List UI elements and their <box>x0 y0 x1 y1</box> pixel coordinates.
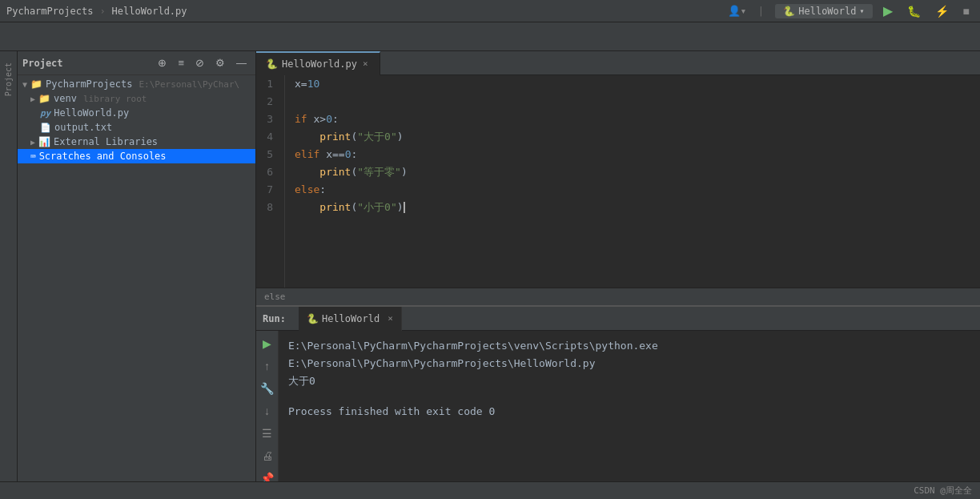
code-line-7: else: <box>295 181 970 199</box>
profile-button[interactable]: ⚡ <box>931 2 953 20</box>
editor-tab-helloworld[interactable]: 🐍 HelloWorld.py × <box>256 51 380 75</box>
root-arrow: ▼ <box>22 80 27 89</box>
title-file: HelloWorld.py <box>112 6 187 17</box>
code-line-6: print("等于零") <box>295 163 970 181</box>
run-down-btn[interactable]: ↓ <box>263 403 271 419</box>
run-config-label: HelloWorld <box>798 6 856 17</box>
top-toolbar <box>0 22 980 51</box>
venv-icon: 📁 <box>38 93 50 104</box>
run-tab-name: HelloWorld <box>322 313 380 324</box>
debug-button[interactable]: 🐛 <box>903 2 925 20</box>
project-toolbar-btn-2[interactable]: ≡ <box>174 54 188 71</box>
ln-1: 1 <box>256 75 278 93</box>
l1-num: 10 <box>307 75 320 93</box>
run-tab-bar: Run: 🐍 HelloWorld × <box>256 307 980 331</box>
line-numbers: 1 2 3 4 5 6 7 8 <box>256 75 285 288</box>
run-up-btn[interactable]: ↑ <box>263 358 271 374</box>
project-toolbar-btn-5[interactable]: — <box>232 54 251 71</box>
project-toolbar-btn-1[interactable]: ⊕ <box>154 54 171 71</box>
run-tab-icon: 🐍 <box>307 313 319 324</box>
title-bar-left: PycharmProjects › HelloWorld.py <box>6 6 187 17</box>
project-toolbar: Project ⊕ ≡ ⊘ ⚙ — <box>18 51 255 75</box>
code-line-5: elif x==0: <box>295 146 970 163</box>
output-name: output.txt <box>54 122 112 133</box>
run-print-btn[interactable]: 🖨 <box>260 448 275 464</box>
code-line-1: x=10 <box>295 75 970 93</box>
tab-label: HelloWorld.py <box>282 58 357 70</box>
tab-close-btn[interactable]: × <box>361 58 370 69</box>
root-name: PycharmProjects <box>46 78 132 90</box>
ln-7: 7 <box>256 181 278 199</box>
title-bar: PycharmProjects › HelloWorld.py 👤▾ | 🐍 H… <box>0 0 980 22</box>
code-line-2 <box>295 93 970 111</box>
run-wrench-btn[interactable]: 🔧 <box>259 380 275 396</box>
run-config-icon: 🐍 <box>783 6 795 17</box>
ext-libs-icon: 📊 <box>38 136 50 147</box>
ln-8: 8 <box>256 199 278 216</box>
tree-scratches[interactable]: ⌨ Scratches and Consoles <box>18 149 255 163</box>
run-tab-helloworld[interactable]: 🐍 HelloWorld × <box>299 307 402 331</box>
hint-text: else <box>264 292 286 302</box>
py-file-icon: py <box>40 108 50 119</box>
tab-py-icon: 🐍 <box>266 58 278 70</box>
run-config-chevron: ▾ <box>860 6 865 15</box>
run-body: ▶ ↑ 🔧 ↓ ☰ 🖨 📌 🗑 E:\Personal\PyCharm\Pych… <box>256 331 980 481</box>
run-button[interactable]: ▶ <box>879 1 897 21</box>
user-icon[interactable]: 👤▾ <box>728 5 747 17</box>
scratches-name: Scratches and Consoles <box>39 151 167 162</box>
editor-run-area: 🐍 HelloWorld.py × 1 2 3 4 5 6 7 8 x=10 <box>256 51 980 481</box>
code-content[interactable]: x=10 if x>0: print("大于0") elif x==0: <box>285 75 980 288</box>
tree-external-libs[interactable]: ▶ 📊 External Libraries <box>18 135 255 149</box>
tree-helloworld[interactable]: py HelloWorld.py <box>18 106 255 120</box>
venv-name: venv <box>54 93 77 104</box>
ln-6: 6 <box>256 163 278 181</box>
run-result-line: 大于0 <box>288 372 970 390</box>
editor-tab-bar: 🐍 HelloWorld.py × <box>256 51 980 75</box>
run-blank-line <box>288 390 970 403</box>
project-toolbar-btn-3[interactable]: ⊘ <box>191 54 208 71</box>
code-line-8: print("小于0") <box>295 199 970 216</box>
ln-5: 5 <box>256 146 278 163</box>
helloworld-name: HelloWorld.py <box>54 107 129 119</box>
project-panel: Project ⊕ ≡ ⊘ ⚙ — ▼ 📁 PycharmProjects E:… <box>18 51 256 481</box>
run-config-btn[interactable]: 🐍 HelloWorld ▾ <box>775 4 872 18</box>
project-panel-title: Project <box>22 58 151 69</box>
sidebar-strip-label[interactable]: Project <box>4 62 13 96</box>
code-line-4: print("大于0") <box>295 128 970 146</box>
venv-arrow: ▶ <box>30 95 35 103</box>
l1-var: x <box>295 75 301 93</box>
ext-libs-arrow: ▶ <box>30 138 35 147</box>
project-tree: ▼ 📁 PycharmProjects E:\Personal\PyChar\ … <box>18 75 255 481</box>
status-bar: CSDN @周全全 <box>0 481 980 499</box>
run-label: Run: <box>263 313 295 324</box>
ln-2: 2 <box>256 93 278 111</box>
project-name: PycharmProjects <box>6 6 93 17</box>
venv-suffix: library root <box>83 94 147 104</box>
tree-venv[interactable]: ▶ 📁 venv library root <box>18 91 255 106</box>
title-sep: › <box>99 6 105 17</box>
hint-bar: else <box>256 288 980 305</box>
text-cursor <box>404 202 405 213</box>
root-folder-icon: 📁 <box>30 78 42 90</box>
tree-root[interactable]: ▼ 📁 PycharmProjects E:\Personal\PyChar\ <box>18 77 255 91</box>
run-panel: Run: 🐍 HelloWorld × ▶ ↑ 🔧 ↓ ☰ 🖨 📌 <box>256 305 980 481</box>
project-toolbar-btn-4[interactable]: ⚙ <box>211 54 229 71</box>
ext-libs-name: External Libraries <box>54 136 158 147</box>
title-bar-right: 👤▾ | 🐍 HelloWorld ▾ ▶ 🐛 ⚡ ■ <box>728 1 974 21</box>
run-tab-close[interactable]: × <box>388 313 393 324</box>
run-pin-btn[interactable]: 📌 <box>259 470 275 481</box>
run-list-btn[interactable]: ☰ <box>260 425 274 441</box>
ln-3: 3 <box>256 111 278 128</box>
run-sidebar: ▶ ↑ 🔧 ↓ ☰ 🖨 📌 🗑 <box>256 331 279 481</box>
ln-4: 4 <box>256 128 278 146</box>
tree-output[interactable]: 📄 output.txt <box>18 120 255 135</box>
txt-file-icon: 📄 <box>40 123 51 133</box>
sidebar-strip: Project <box>0 51 18 481</box>
stop-button[interactable]: ■ <box>959 2 974 20</box>
scratch-icon: ⌨ <box>30 151 36 162</box>
code-editor[interactable]: 1 2 3 4 5 6 7 8 x=10 if x>0: <box>256 75 980 288</box>
run-cmd-line: E:\Personal\PyCharm\PycharmProjects\venv… <box>288 337 970 372</box>
run-finish-line: Process finished with exit code 0 <box>288 403 970 421</box>
root-path: E:\Personal\PyChar\ <box>139 79 239 90</box>
run-play-btn[interactable]: ▶ <box>261 336 273 352</box>
